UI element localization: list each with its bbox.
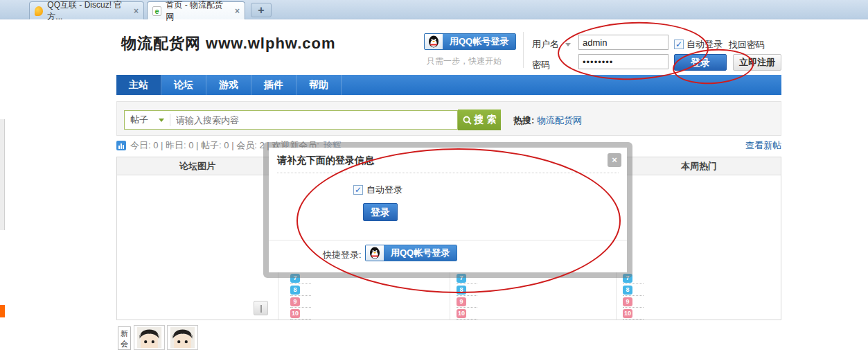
username-dropdown-icon[interactable] [565,43,571,46]
rank-dotted-line [290,319,311,320]
search-input[interactable] [170,115,457,125]
rank-dotted-line [623,295,644,296]
left-edge-orange-marker [0,305,5,317]
nav-item-main[interactable]: 主站 [116,75,161,95]
rank-item[interactable]: 10 [457,309,595,321]
search-button[interactable]: 搜 索 [458,110,501,130]
quick-login-label: 快捷登录: [323,249,362,261]
password-label: 密码 [532,59,550,71]
rank-badge: 9 [457,297,466,306]
browser-tab-home[interactable]: e 首页 - 物流配货网 × [147,1,245,19]
rank-item[interactable]: 8 [623,286,761,297]
qq-login-label: 用QQ帐号登录 [443,34,515,49]
qq-login-hint: 只需一步，快速开始 [427,55,502,67]
search-category-value: 帖子 [130,114,148,126]
rank-badge: 10 [290,309,300,318]
side-label-char: 新 [118,329,130,339]
modal-qq-login-button[interactable]: 用QQ帐号登录 [365,245,457,261]
modal-auto-login-row: ✓ 自动登录 [353,184,402,196]
rank-list: 7 8 9 10 [457,274,595,321]
side-label-char: 会 [118,339,130,349]
page-favicon-icon: e [152,6,161,16]
rank-item[interactable]: 8 [290,286,429,297]
rank-item[interactable]: 8 [457,286,595,297]
rank-item[interactable]: 10 [623,309,761,321]
modal-login-button[interactable]: 登录 [363,203,398,221]
find-password-link[interactable]: 找回密码 [729,39,765,51]
rank-badge: 10 [457,309,466,318]
rank-item[interactable]: 9 [623,297,761,309]
new-members-side-label: 新 会 [118,326,131,350]
rank-dotted-line [457,295,477,296]
tab-title: QQ互联 - Discuz! 官方... [47,0,127,23]
rank-dotted-line [290,295,311,296]
rank-item[interactable]: 10 [290,309,429,321]
tab-close-icon[interactable]: × [134,6,139,16]
rank-dotted-line [623,307,644,308]
rank-item[interactable]: 7 [623,274,761,286]
browser-tab-bar: QQ互联 - Discuz! 官方... × e 首页 - 物流配货网 × + [0,0,868,19]
hot-search: 热搜: 物流配货网 [513,114,582,127]
page: QQ互联 - Discuz! 官方... × e 首页 - 物流配货网 × + … [0,0,868,350]
rank-item[interactable]: 9 [290,297,429,309]
nav-item-help[interactable]: 帮助 [296,75,342,95]
header-divider [523,32,524,68]
search-category-select[interactable]: 帖子 [125,114,170,126]
search-button-label: 搜 索 [475,114,497,126]
modal-title: 请补充下面的登录信息 [277,155,374,167]
nav-item-forum[interactable]: 论坛 [161,75,206,95]
tab-close-icon[interactable]: × [235,6,240,16]
rank-dotted-line [623,283,644,284]
rank-dotted-line [623,319,644,320]
qq-penguin-icon [425,34,443,49]
login-button[interactable]: 登录 [674,54,727,71]
rank-dotted-line [457,307,477,308]
rank-dotted-line [290,307,311,308]
login-modal: 请补充下面的登录信息 × ✓ 自动登录 登录 快捷登录: [263,142,632,278]
stats-chart-icon [116,141,126,150]
collapse-handle[interactable] [254,301,268,315]
rank-badge: 8 [290,286,300,295]
tab-title: 首页 - 物流配货网 [166,0,228,23]
chevron-down-icon [159,119,164,122]
nav-item-games[interactable]: 游戏 [206,75,251,95]
qq-connect-icon [35,6,43,16]
hot-search-link[interactable]: 物流配货网 [537,115,582,125]
rank-list: 7 8 9 10 [290,274,429,321]
rank-badge: 8 [623,286,632,295]
rank-dotted-line [457,283,477,284]
rank-badge: 8 [457,286,466,295]
left-edge-panel [0,119,5,230]
qq-login-label: 用QQ帐号登录 [384,245,457,261]
register-button[interactable]: 立即注册 [733,54,781,71]
hot-search-label: 热搜: [513,115,534,125]
member-avatar[interactable] [167,325,198,350]
rank-badge: 9 [290,297,300,306]
qq-login-button[interactable]: 用QQ帐号登录 [424,33,516,50]
modal-auto-login-label: 自动登录 [366,184,402,196]
rank-dotted-line [457,319,477,320]
search-icon [463,116,472,125]
member-avatar[interactable] [134,325,165,350]
modal-divider-dotted [277,173,619,173]
column-header-weekly-hot: 本周热门 [616,157,782,175]
username-input[interactable] [578,35,668,50]
login-modal-body: 请补充下面的登录信息 × ✓ 自动登录 登录 快捷登录: [269,148,627,272]
modal-auto-login-checkbox[interactable]: ✓ [353,185,363,195]
view-new-posts-link[interactable]: 查看新帖 [745,139,781,152]
username-label: 用户名 [532,38,559,51]
auto-login-checkbox[interactable]: ✓ [674,40,684,49]
browser-tab-qq[interactable]: QQ互联 - Discuz! 官方... × [29,1,144,19]
annotation-ellipse-login-fields [557,19,710,82]
password-input[interactable] [578,54,668,69]
rank-list: 7 8 9 10 [623,274,761,321]
rank-item[interactable]: 9 [457,297,595,309]
rank-badge: 9 [623,297,632,306]
close-icon[interactable]: × [608,153,621,167]
new-tab-button[interactable]: + [251,3,272,17]
auto-login-label: 自动登录 [687,38,723,51]
search-bar: 帖子 搜 索 热搜: 物流配货网 [116,101,781,136]
nav-item-plugins[interactable]: 插件 [251,75,296,95]
site-logo: 物流配货网 www.wlphw.com [121,33,336,54]
auto-login-row: ✓ 自动登录 [674,38,723,51]
